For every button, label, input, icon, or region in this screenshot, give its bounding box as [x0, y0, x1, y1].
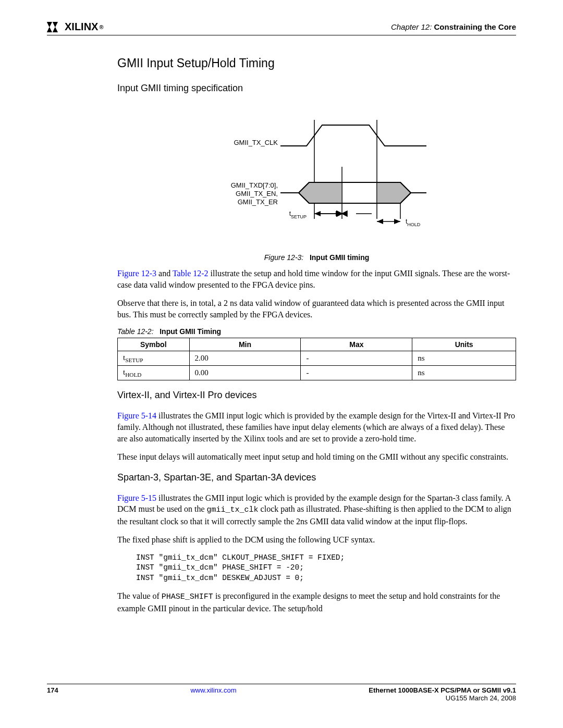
xref-table-12-2[interactable]: Table 12-2 [173, 269, 209, 278]
svg-marker-7 [299, 182, 342, 203]
table-caption-prefix: Table 12-2: [117, 327, 154, 336]
table-row: tHOLD 0.00 - ns [118, 366, 516, 380]
fig-clk-label: GMII_TX_CLK [234, 139, 278, 146]
table-12-2: Symbol Min Max Units tSETUP 2.00 - ns tH… [117, 338, 516, 380]
xref-figure-5-14[interactable]: Figure 5-14 [117, 411, 156, 420]
para-1b: and [156, 269, 173, 278]
svg-marker-8 [377, 182, 411, 203]
fig-data-label-1: GMII_TXD[7:0], [230, 181, 277, 189]
para-7a: The value of [117, 591, 162, 600]
page-header: XILINX ® Chapter 12: Constraining the Co… [47, 21, 516, 35]
td-symbol: tHOLD [118, 366, 190, 380]
code-gmii-tx-clk: gmii_tx_clk [207, 505, 259, 514]
svg-marker-18 [377, 219, 383, 224]
svg-marker-19 [394, 219, 400, 224]
logo-reg: ® [99, 24, 103, 30]
section-heading: GMII Input Setup/Hold Timing [117, 56, 516, 70]
subsection-heading-3: Spartan-3, Spartan-3E, and Spartan-3A de… [117, 472, 516, 483]
para-3: Figure 5-14 illustrates the GMII input l… [117, 410, 516, 444]
footer-docid: UG155 March 24, 2008 [369, 694, 516, 702]
table-caption: Table 12-2: Input GMII Timing [117, 327, 516, 336]
ucf-code-block: INST "gmii_tx_dcm" CLKOUT_PHASE_SHIFT = … [136, 553, 516, 584]
table-caption-title: Input GMII Timing [160, 327, 221, 336]
th-symbol: Symbol [118, 338, 190, 351]
page-number: 174 [47, 686, 58, 702]
td-units: ns [412, 366, 516, 380]
xref-figure-5-15[interactable]: Figure 5-15 [117, 493, 156, 502]
xilinx-logo: XILINX ® [47, 21, 104, 33]
fig-tsetup-label: tSETUP [289, 210, 306, 219]
footer-title: Ethernet 1000BASE-X PCS/PMA or SGMII v9.… [369, 686, 516, 694]
para-4: These input delays will automatically me… [117, 451, 516, 463]
footer-url-link[interactable]: www.xilinx.com [190, 686, 236, 694]
td-max: - [301, 366, 412, 380]
figure-caption-title: Input GMII timing [310, 253, 369, 262]
td-max: - [301, 351, 412, 366]
footer-right: Ethernet 1000BASE-X PCS/PMA or SGMII v9.… [369, 686, 516, 702]
td-units: ns [412, 351, 516, 366]
chapter-title: Constraining the Core [434, 22, 516, 31]
code-phase-shift: PHASE_SHIFT [162, 593, 213, 601]
figure-caption: Figure 12-3: Input GMII timing [117, 253, 516, 262]
para-5: Figure 5-15 illustrates the GMII input l… [117, 492, 516, 527]
th-max: Max [301, 338, 412, 351]
td-min: 2.00 [189, 351, 301, 366]
page-footer: 174 www.xilinx.com Ethernet 1000BASE-X P… [47, 684, 516, 702]
figure-caption-prefix: Figure 12-3: [264, 253, 303, 262]
para-3b: illustrates the GMII input logic which i… [117, 411, 515, 442]
fig-thold-label: tHOLD [406, 218, 421, 227]
fig-data-label-3: GMII_TX_ER [237, 198, 277, 206]
para-6: The fixed phase shift is applied to the … [117, 534, 516, 546]
th-units: Units [412, 338, 516, 351]
subsection-heading-2: Virtex-II, and Virtex-II Pro devices [117, 390, 516, 401]
fig-data-label-2: GMII_TX_EN, [236, 190, 278, 198]
para-7: The value of PHASE_SHIFT is preconfigure… [117, 590, 516, 614]
page: XILINX ® Chapter 12: Constraining the Co… [0, 0, 563, 652]
logo-text: XILINX [65, 21, 98, 33]
table-header-row: Symbol Min Max Units [118, 338, 516, 351]
xilinx-logo-icon [47, 22, 63, 32]
para-2: Observe that there is, in total, a 2 ns … [117, 298, 516, 320]
td-min: 0.00 [189, 366, 301, 380]
xref-figure-12-3[interactable]: Figure 12-3 [117, 269, 156, 278]
td-symbol: tSETUP [118, 351, 190, 366]
table-row: tSETUP 2.00 - ns [118, 351, 516, 366]
chapter-header: Chapter 12: Constraining the Core [391, 22, 516, 31]
subsection-heading-1: Input GMII timing specification [117, 83, 516, 94]
para-1: Figure 12-3 and Table 12-2 illustrate th… [117, 268, 516, 290]
content-column: GMII Input Setup/Hold Timing Input GMII … [117, 56, 516, 614]
th-min: Min [189, 338, 301, 351]
figure-12-3: GMII_TX_CLK [117, 109, 516, 247]
chapter-prefix: Chapter 12: [391, 22, 432, 31]
